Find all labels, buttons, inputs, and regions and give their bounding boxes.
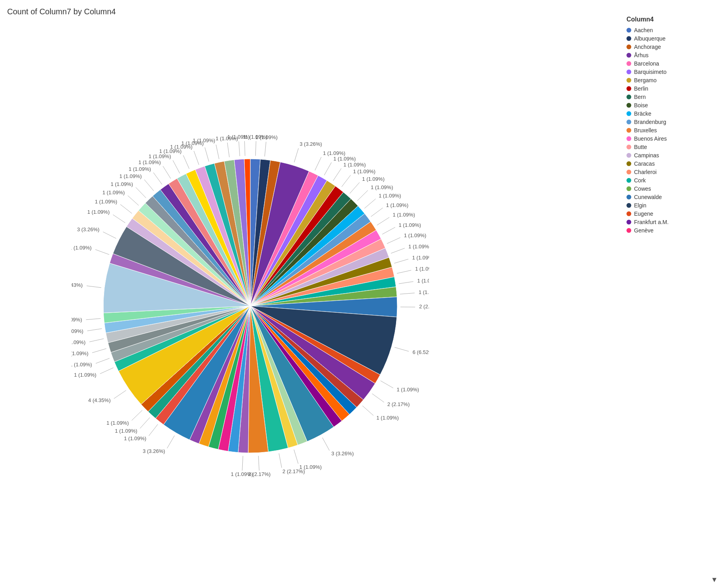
legend-dot: [626, 95, 631, 99]
legend-item: Anchorage: [626, 44, 718, 50]
slice-label: 1 (1.09%): [397, 387, 419, 393]
legend-item: Bruxelles: [626, 127, 718, 133]
legend-item: Buenos Aires: [626, 135, 718, 142]
slice-label: 1 (1.09%): [386, 202, 408, 208]
legend-dot: [626, 211, 631, 216]
slice-label: 1 (1.09%): [129, 166, 151, 172]
slice-label: 1 (1.09%): [119, 173, 141, 179]
slice-label: 1 (1.09%): [74, 372, 96, 378]
connector-line: [87, 286, 101, 288]
connector-line: [153, 172, 162, 184]
legend-item: Genève: [626, 227, 718, 234]
slice-label: 1 (1.09%): [371, 184, 393, 190]
slice-label: 1 (1.09%): [333, 156, 356, 162]
connector-line: [144, 180, 154, 191]
legend-dot: [626, 78, 631, 83]
legend-dot: [626, 220, 631, 224]
slice-label: 1 (1.09%): [72, 339, 85, 345]
legend-label: Cowes: [634, 186, 651, 192]
legend-label: Buenos Aires: [634, 135, 667, 142]
slice-label: 1 (1.09%): [106, 420, 129, 426]
legend-item: Cowes: [626, 186, 718, 192]
connector-line: [140, 418, 150, 428]
connector-line: [394, 347, 409, 351]
connector-line: [163, 166, 171, 178]
connector-line: [87, 329, 102, 331]
connector-line: [92, 348, 106, 353]
connector-line: [381, 381, 393, 388]
connector-line: [323, 438, 330, 451]
legend-label: Butte: [634, 144, 647, 150]
legend-item: Boise: [626, 102, 718, 108]
connector-line: [128, 195, 139, 205]
legend-dot: [626, 203, 631, 208]
legend-label: Eugene: [634, 211, 653, 217]
connector-line: [364, 199, 375, 208]
slice-label: 1 (1.09%): [227, 134, 249, 140]
connector-line: [400, 293, 415, 294]
scroll-arrow[interactable]: ▼: [711, 576, 718, 584]
legend-item: Cunewalde: [626, 194, 718, 200]
slice-label: 1 (1.09%): [72, 350, 89, 356]
connector-line: [371, 208, 383, 217]
slice-label: 1 (1.09%): [408, 244, 429, 250]
chart-title: Count of Column7 by Column4: [7, 7, 116, 16]
legend-item: Aachen: [626, 27, 718, 33]
legend-item: Elgin: [626, 202, 718, 209]
connector-line: [279, 453, 282, 468]
slice-label: 1 (1.09%): [110, 181, 133, 187]
slice-label: 1 (1.09%): [124, 435, 146, 441]
connector-line: [294, 450, 298, 464]
connector-line: [382, 227, 395, 234]
legend-dot: [626, 228, 631, 233]
legend-dot: [626, 36, 631, 41]
connector-line: [342, 175, 351, 187]
legend-dot: [626, 195, 631, 199]
legend-item: Bergamo: [626, 77, 718, 83]
legend-dot: [626, 186, 631, 191]
slice-label: 1 (1.09%): [138, 159, 160, 165]
legend-item: Eugene: [626, 211, 718, 217]
slice-label: 3 (3.26%): [331, 451, 354, 456]
legend-label: Bräcke: [634, 110, 652, 117]
connector-line: [391, 248, 405, 253]
legend-item: Bern: [626, 94, 718, 100]
connector-line: [113, 215, 125, 222]
legend-dot: [626, 86, 631, 91]
legend-item: Bräcke: [626, 110, 718, 117]
legend-dot: [626, 170, 631, 174]
connector-line: [131, 410, 142, 421]
legend-label: Bruxelles: [634, 127, 657, 133]
legend-item: Brandenburg: [626, 119, 718, 125]
slice-label: 1 (1.09%): [115, 428, 137, 434]
legend-item: Cork: [626, 177, 718, 184]
connector-line: [294, 148, 299, 162]
slice-label: 2 (2.17%): [387, 401, 410, 407]
chart-area: 11 (1.09%)1 (1.09%)3 (3.26%)1 (1.09%)1 (…: [0, 24, 501, 580]
connector-line: [216, 145, 219, 159]
legend-item: Århus: [626, 52, 718, 58]
legend-label: Bergamo: [634, 77, 657, 83]
connector-line: [387, 238, 400, 244]
legend-label: Brandenburg: [634, 119, 666, 125]
connector-line: [95, 250, 109, 255]
connector-line: [397, 270, 411, 273]
connector-line: [114, 390, 126, 398]
legend-dot: [626, 153, 631, 158]
slice-label: 1 (1.09%): [392, 212, 415, 218]
slice-label: 1 (1.09%): [193, 137, 215, 143]
connector-line: [194, 151, 199, 165]
legend-label: Århus: [634, 52, 649, 58]
legend-dot: [626, 103, 631, 108]
legend-label: Caracas: [634, 161, 655, 167]
legend-item: Campinas: [626, 152, 718, 159]
connector-line: [255, 141, 256, 156]
slice-label: 1 (1.09%): [255, 134, 278, 140]
slice-label: 1 (1.09%): [95, 199, 117, 205]
legend-label: Bern: [634, 94, 646, 100]
slice-label: 5 (5.43%): [72, 282, 83, 288]
slice-label: 1 (1.09%): [353, 168, 375, 174]
legend-dot: [626, 136, 631, 141]
slice-label: 3 (3.26%): [77, 226, 99, 232]
slice-label: 1 (1.09%): [72, 362, 92, 368]
